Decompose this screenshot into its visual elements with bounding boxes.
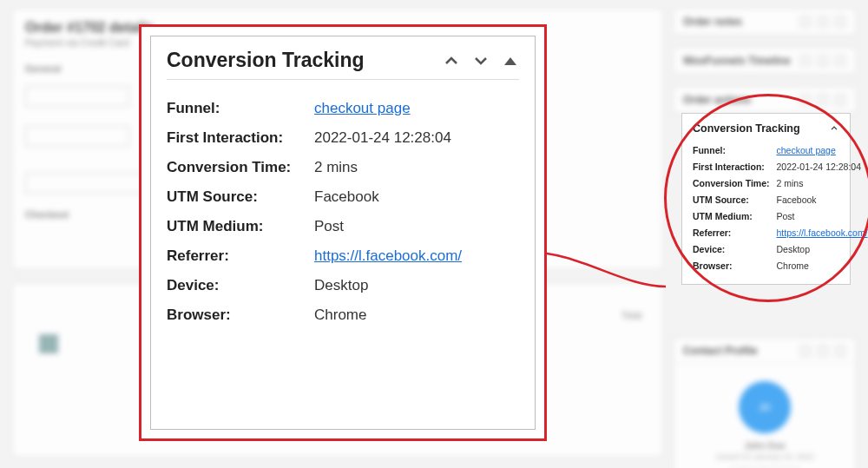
move-down-icon[interactable] (472, 52, 490, 69)
popup-row-referrer: Referrer:https://l.facebook.com/ (167, 241, 519, 271)
panel-conversion-tracking: Conversion Tracking Funnel:checkout page… (681, 113, 851, 285)
popup-row-utm-source: UTM Source:Facebook (167, 182, 519, 212)
tracking-row-utm-source: UTM Source:Facebook (693, 191, 868, 208)
tracking-title: Conversion Tracking (693, 122, 800, 135)
referrer-link[interactable]: https://l.facebook.com/ (777, 227, 868, 238)
tracking-row-first-interaction: First Interaction:2022-01-24 12:28:04 (693, 158, 868, 175)
panel-order-notes[interactable]: Order notes (674, 9, 856, 36)
status-select[interactable] (25, 126, 129, 147)
tracking-row-browser: Browser:Chrome (693, 257, 868, 274)
popup-row-device: Device:Desktop (167, 271, 519, 300)
collapse-popup-icon[interactable] (502, 52, 519, 69)
funnel-link[interactable]: checkout page (777, 145, 836, 155)
customer-select[interactable] (25, 173, 147, 194)
panel-contact-profile[interactable]: Contact Profile JD John Doe Joined On Ja… (674, 338, 856, 468)
zoom-popup: Conversion Tracking Funnel:checkout page… (139, 24, 547, 441)
avatar: JD (739, 381, 791, 433)
popup-row-utm-medium: UTM Medium:Post (167, 212, 519, 241)
move-up-icon[interactable] (443, 52, 460, 69)
panel-timeline[interactable]: WooFunnels Timeline (674, 48, 856, 75)
popup-row-browser: Browser:Chrome (167, 300, 519, 330)
popup-row-conversion-time: Conversion Time:2 mins (167, 153, 519, 182)
popup-title: Conversion Tracking (167, 49, 365, 72)
tracking-row-utm-medium: UTM Medium:Post (693, 208, 868, 224)
panel-order-actions[interactable]: Order actions (674, 87, 856, 114)
tracking-row-referrer: Referrer:https://l.facebook.com/ (693, 224, 868, 241)
popup-row-first-interaction: First Interaction:2022-01-24 12:28:04 (167, 123, 519, 153)
tracking-row-conversion-time: Conversion Time:2 mins (693, 175, 868, 191)
tracking-row-funnel: Funnel:checkout page (693, 142, 868, 158)
contact-joined: Joined On January 24, 2022 (681, 452, 848, 461)
collapse-icon[interactable] (829, 123, 839, 134)
tracking-row-device: Device:Desktop (693, 241, 868, 257)
popup-funnel-link[interactable]: checkout page (314, 100, 411, 116)
popup-row-funnel: Funnel:checkout page (167, 94, 519, 123)
date-input[interactable] (25, 86, 129, 107)
popup-referrer-link[interactable]: https://l.facebook.com/ (314, 247, 462, 264)
contact-name: John Doe (681, 440, 848, 451)
